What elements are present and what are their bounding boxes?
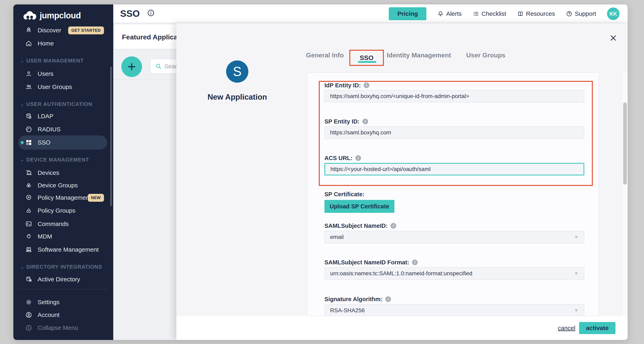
add-application-button[interactable] [121,56,142,77]
sidebar-divider [18,289,108,290]
ldap-database-icon [25,113,32,120]
dropdown-caret-icon: ▼ [574,234,579,240]
rocket-icon [25,27,32,34]
sidebar-section-device-management[interactable]: ⌄ DEVICE MANAGEMENT [13,155,113,165]
sidebar-item-label: Device Groups [38,182,78,189]
sp-entity-id-input[interactable] [324,126,584,139]
sidebar-item-sso[interactable]: SSO [13,136,113,149]
modal-footer: cancel activate [176,316,628,340]
policy-octagon-icon [25,194,32,201]
acs-url-label-row: ACS URL: i [324,154,361,162]
jumpcloud-logo[interactable]: jumpcloud [22,10,81,21]
sidebar-item-commands[interactable]: Commands [13,218,113,230]
sidebar-item-collapse-menu[interactable]: Collapse Menu [13,321,113,334]
sidebar-item-policy-groups[interactable]: Policy Groups [13,204,113,217]
activate-button[interactable]: activate [579,322,616,334]
info-icon[interactable]: i [385,296,391,302]
cloud-logo-icon [22,10,37,21]
support-link[interactable]: Support [566,10,596,17]
sidebar-section-directory-integrations[interactable]: ⌄ DIRECTORY INTEGRATIONS [13,262,113,272]
sidebar-item-mdm[interactable]: MDM [13,230,113,243]
sidebar-item-label: RADIUS [38,126,60,133]
sidebar-item-label: LDAP [38,113,54,120]
sidebar-item-device-groups[interactable]: Device Groups [13,179,113,192]
modal-scrollbar-track[interactable] [622,72,628,316]
sidebar-item-users[interactable]: Users [13,67,113,80]
acs-url-input[interactable] [324,163,584,175]
active-directory-icon [25,276,32,283]
sidebar: jumpcloud Discover GET STARTED Home ⌄ US… [13,4,113,340]
sso-tab-annotation-box: SSO [349,50,384,66]
user-icon [25,70,32,77]
account-person-icon [25,311,32,319]
pricing-button[interactable]: Pricing [389,7,426,20]
close-icon[interactable] [608,33,618,43]
modal-scrollbar-thumb[interactable] [623,102,627,185]
chevron-down-icon: ⌄ [20,264,24,270]
sidebar-item-label: Active Directory [38,276,80,283]
tab-sso[interactable]: SSO [360,54,374,62]
chevron-down-icon: ⌄ [20,58,24,63]
chevron-down-icon: ⌄ [20,101,24,107]
search-icon [155,63,162,70]
cancel-link[interactable]: cancel [558,325,576,332]
info-icon[interactable]: i [412,260,418,265]
sidebar-item-home[interactable]: Home [13,37,113,50]
new-application-modal: S New Application General Info SSO Ident… [176,23,628,340]
sidebar-item-account[interactable]: Account [13,309,113,321]
sidebar-item-discover[interactable]: Discover GET STARTED [13,24,113,37]
info-icon[interactable]: i [362,119,368,124]
nameid-label-row: SAMLSubject NameID: i [324,221,396,230]
resources-link[interactable]: Resources [517,10,555,17]
tab-user-groups[interactable]: User Groups [466,51,506,59]
checklist-icon [473,10,479,17]
sidebar-section-user-authentication[interactable]: ⌄ USER AUTHENTICATION [13,99,113,109]
nameid-select[interactable]: email ▼ [324,231,584,243]
radius-icon [25,126,32,133]
signature-algorithm-label-row: Signature Algorithm: i [324,295,391,304]
sidebar-item-label: MDM [38,233,52,240]
dropdown-caret-icon: ▼ [574,271,579,276]
sidebar-item-label: Discover [38,27,61,34]
venn-circles-icon [25,182,32,189]
sidebar-item-policy-management[interactable]: Policy Management NEW [13,191,113,204]
sidebar-item-label: Commands [38,221,68,227]
sidebar-item-label: SSO [38,139,50,146]
nameid-format-label-row: SAMLSubject NameID Format: i [324,258,418,267]
collapse-arrow-icon [25,324,32,332]
info-icon[interactable]: i [355,155,361,161]
info-icon[interactable]: i [364,82,369,88]
header-actions: Pricing Alerts Checklist [389,4,620,23]
sidebar-item-label: Users [38,70,54,77]
sidebar-item-software-management[interactable]: Software Management [13,243,113,256]
upload-sp-certificate-button[interactable]: Upload SP Certificate [324,200,394,213]
sidebar-item-active-directory[interactable]: Active Directory [13,273,113,286]
info-icon[interactable] [147,9,155,17]
gear-icon [25,299,32,306]
checklist-link[interactable]: Checklist [473,10,506,17]
application-logo: S [226,60,248,83]
user-avatar[interactable]: KK [607,7,620,20]
signature-algorithm-select[interactable]: RSA-SHA256 ▼ [324,304,584,316]
idp-entity-id-input[interactable] [324,90,584,102]
idp-entity-id-label-row: IdP Entity ID: i [324,81,369,90]
sidebar-item-radius[interactable]: RADIUS [13,123,113,136]
sidebar-scrollbar[interactable] [110,67,112,206]
alerts-link[interactable]: Alerts [437,10,462,17]
nameid-format-select[interactable]: urn:oasis:names:tc:SAML:1.0:nameid-forma… [324,267,584,280]
sidebar-item-settings[interactable]: Settings [13,296,113,309]
sidebar-item-devices[interactable]: Devices [13,166,113,179]
tab-general-info[interactable]: General Info [306,51,344,59]
info-icon[interactable]: i [390,223,396,229]
sidebar-item-ldap[interactable]: LDAP [13,110,113,123]
sidebar-item-label: Devices [38,169,59,176]
sidebar-item-user-groups[interactable]: User Groups [13,80,113,93]
plus-icon [126,61,137,72]
active-tab-underline [358,61,376,63]
sso-settings-card: IdP Entity ID: i SP Entity ID: i ACS URL… [307,72,599,316]
tab-identity-management[interactable]: Identity Management [387,51,451,59]
sidebar-section-user-management[interactable]: ⌄ USER MANAGEMENT [13,56,113,65]
sidebar-item-label: Policy Groups [38,207,76,214]
toolbar-divider [113,79,178,80]
chevron-down-icon: ⌄ [20,157,24,162]
